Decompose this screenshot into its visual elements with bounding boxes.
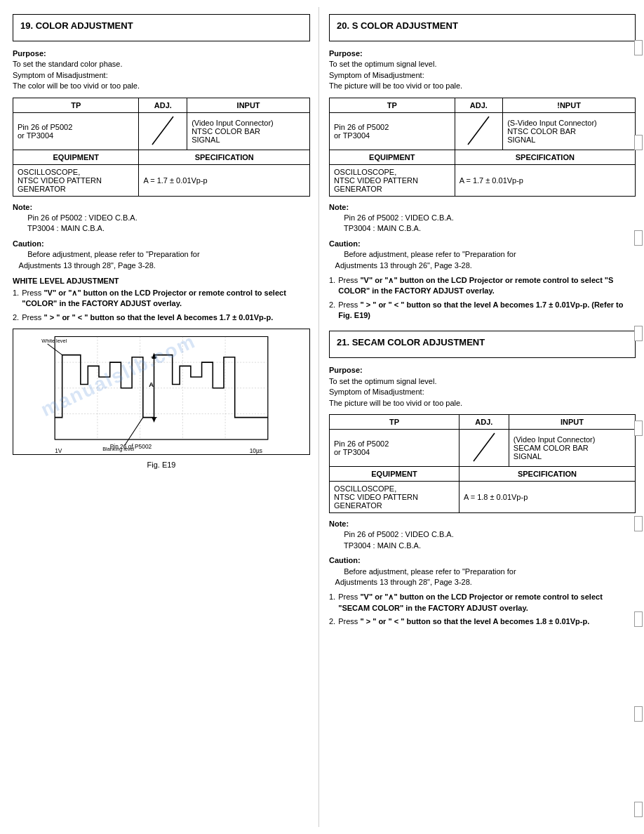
step-text-1-20: Press "V" or "∧" button on the LCD Proje…: [338, 275, 636, 297]
th-spec-19: SPECIFICATION: [139, 150, 310, 164]
figure-caption-19: Fig. E19: [13, 461, 310, 469]
svg-marker-21: [152, 353, 156, 359]
purpose-text-20: To set the optimum signal level.: [329, 60, 436, 68]
th-equipment-20: EQUIPMENT: [330, 150, 455, 164]
note-line1-19: Pin 26 of P5002 : VIDEO C.B.A.: [13, 213, 137, 222]
purpose-label-20: Purpose:: [329, 49, 363, 58]
td-equipment-val-20: OSCILLOSCOPE, NTSC VIDEO PATTERN GENERAT…: [330, 164, 455, 196]
td-spec-val-19: A = 1.7 ± 0.01Vp-p: [139, 164, 310, 196]
side-tab-4: [634, 326, 643, 341]
step-2-19: 2. Press " > " or " < " button so that t…: [13, 312, 310, 323]
note-line1-20: Pin 26 of P5002 : VIDEO C.B.A.: [329, 213, 454, 222]
svg-text:Pin 26 of P5002: Pin 26 of P5002: [110, 443, 152, 450]
step-num-1-19: 1.: [13, 288, 19, 310]
step-1-20: 1. Press "V" or "∧" button on the LCD Pr…: [329, 275, 636, 297]
purpose-text-19: To set the standard color phase.: [13, 60, 123, 68]
td-equipment-val-21: OSCILLOSCOPE, NTSC VIDEO PATTERN GENERAT…: [330, 482, 459, 513]
adj-slash-icon-19: [145, 113, 180, 148]
step-2-21: 2. Press " > " or " < " button so that t…: [329, 616, 636, 627]
symptom-text-19: The color will be too vivid or too pale.: [13, 81, 140, 90]
svg-line-15: [125, 418, 143, 446]
section-20-body: Purpose: To set the optimum signal level…: [329, 48, 636, 92]
th-adj-21: ADJ.: [459, 415, 509, 430]
th-tp-20: TP: [330, 98, 455, 112]
caution-label-21: Caution:: [329, 556, 361, 564]
symptom-text-20: The picture will be too vivid or too pal…: [329, 81, 462, 90]
steps-19: 1. Press "V" or "∧" button on the LCD Pr…: [13, 288, 310, 323]
section-20-title: 20. S COLOR ADJUSTMENT: [337, 20, 628, 31]
step-num-2-21: 2.: [329, 616, 335, 627]
th-equipment-19: EQUIPMENT: [13, 150, 139, 164]
note-section-20: Note: Pin 26 of P5002 : VIDEO C.B.A. TP3…: [329, 202, 636, 234]
note-section-19: Note: Pin 26 of P5002 : VIDEO C.B.A. TP3…: [13, 202, 310, 234]
purpose-label-21: Purpose:: [329, 366, 363, 374]
oscilloscope-svg: White level Blanking level A Pin 26 of P…: [13, 329, 309, 454]
symptom-label-21: Symptom of Misadjustment:: [329, 388, 424, 396]
white-level-title: WHITE LEVEL ADJUSTMENT: [13, 277, 310, 285]
left-column: 19. COLOR ADJUSTMENT Purpose: To set the…: [0, 7, 319, 827]
td-spec-val-21: A = 1.8 ± 0.01Vp-p: [459, 482, 635, 513]
side-tab-6: [634, 516, 643, 531]
td-input-val-20: (S-Video Input Connector) NTSC COLOR BAR…: [503, 112, 636, 150]
side-tab-3: [634, 230, 643, 246]
symptom-label-20: Symptom of Misadjustment:: [329, 71, 424, 79]
step-text-2-20: Press " > " or " < " button so that the …: [338, 300, 636, 322]
note-label-19: Note:: [13, 203, 32, 211]
step-text-1-21: Press "V" or "∧" button on the LCD Proje…: [338, 592, 636, 614]
td-spec-val-20: A = 1.7 ± 0.01Vp-p: [455, 164, 635, 196]
side-tab-7: [634, 611, 643, 627]
th-spec-21: SPECIFICATION: [459, 467, 635, 482]
symptom-text-21: The picture will be too vivid or too pal…: [329, 399, 462, 407]
note-label-21: Note:: [329, 519, 349, 528]
caution-label-19: Caution:: [13, 239, 44, 248]
adj-slash-icon-21: [467, 430, 502, 465]
td-tp-val-20: Pin 26 of P5002 or TP3004: [330, 112, 455, 150]
svg-line-0: [152, 117, 173, 145]
step-text-2-21: Press " > " or " < " button so that the …: [338, 616, 589, 627]
step-num-2-20: 2.: [329, 300, 335, 322]
note-line2-21: TP3004 : MAIN C.B.A.: [329, 541, 421, 550]
table-21: TP ADJ. INPUT Pin 26 of P5002 or TP3004 …: [329, 414, 636, 513]
svg-text:1V: 1V: [55, 447, 62, 454]
side-tabs: [633, 0, 644, 834]
caution-section-19: Caution: Before adjustment, please refer…: [13, 239, 310, 271]
svg-marker-22: [152, 418, 156, 423]
side-tab-2: [634, 135, 643, 150]
side-tab-5: [634, 421, 643, 436]
td-equipment-val-19: OSCILLOSCOPE, NTSC VIDEO PATTERN GENERAT…: [13, 164, 139, 196]
section-19-body: Purpose: To set the standard color phase…: [13, 48, 310, 92]
right-column: 20. S COLOR ADJUSTMENT Purpose: To set t…: [319, 7, 644, 827]
svg-text:A: A: [149, 380, 154, 388]
section-21-body: Purpose: To set the optimum signal level…: [329, 365, 636, 409]
step-1-19: 1. Press "V" or "∧" button on the LCD Pr…: [13, 288, 310, 310]
svg-text:10µs: 10µs: [250, 447, 262, 454]
step-text-2-19: Press " > " or " < " button so that the …: [22, 312, 273, 323]
td-input-val-21: (Video Input Connector) SECAM COLOR BAR …: [509, 430, 635, 467]
note-line2-19: TP3004 : MAIN C.B.A.: [13, 224, 105, 232]
caution-text-21: Before adjustment, please refer to "Prep…: [329, 567, 516, 586]
section-19-box: 19. COLOR ADJUSTMENT: [13, 14, 310, 41]
table-20: TP ADJ. !NPUT Pin 26 of P5002 or TP3004 …: [329, 98, 636, 197]
caution-section-21: Caution: Before adjustment, please refer…: [329, 555, 636, 588]
section-20-box: 20. S COLOR ADJUSTMENT: [329, 14, 636, 41]
td-tp-val-21: Pin 26 of P5002 or TP3004: [330, 430, 459, 467]
note-line1-21: Pin 26 of P5002 : VIDEO C.B.A.: [329, 530, 454, 538]
td-adj-val-19: [139, 112, 187, 150]
th-input-20: !NPUT: [503, 98, 636, 112]
step-2-20: 2. Press " > " or " < " button so that t…: [329, 300, 636, 322]
td-input-val-19: (Video Input Connector) NTSC COLOR BAR S…: [187, 112, 310, 150]
step-1-21: 1. Press "V" or "∧" button on the LCD Pr…: [329, 592, 636, 614]
note-label-20: Note:: [329, 203, 349, 211]
table-19: TP ADJ. INPUT Pin 26 of P5002 or TP3004 …: [13, 98, 310, 197]
td-adj-val-20: [455, 112, 503, 150]
step-text-1-19: Press "V" or "∧" button on the LCD Proje…: [22, 288, 310, 310]
steps-21: 1. Press "V" or "∧" button on the LCD Pr…: [329, 592, 636, 627]
purpose-label-19: Purpose:: [13, 49, 46, 58]
caution-text-20: Before adjustment, please refer to "Prep…: [329, 250, 516, 269]
svg-text:White level: White level: [41, 338, 67, 344]
figure-e19: manualslib.com: [13, 329, 310, 455]
section-21-box: 21. SECAM COLOR ADJUSTMENT: [329, 331, 636, 358]
side-tab-1: [634, 40, 643, 55]
step-num-1-20: 1.: [329, 275, 335, 297]
caution-label-20: Caution:: [329, 239, 361, 248]
